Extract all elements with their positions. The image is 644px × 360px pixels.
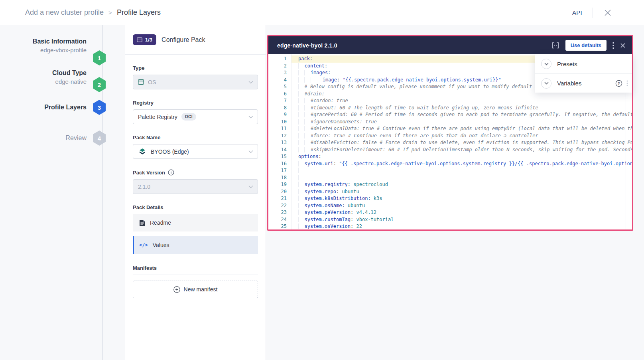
line-number: 4 bbox=[268, 77, 291, 84]
info-icon[interactable] bbox=[168, 169, 174, 176]
code-line: #ignoreDaemonSets: true bbox=[298, 119, 632, 126]
line-number: 21 bbox=[268, 195, 291, 202]
registry-label: Registry bbox=[133, 100, 258, 106]
code-line bbox=[298, 167, 632, 174]
code-line: #disableEviction: false # Force drain to… bbox=[298, 139, 632, 146]
line-number: 11 bbox=[268, 125, 291, 133]
close-editor-icon[interactable] bbox=[620, 43, 626, 48]
pack-step-counter: 1/3 bbox=[145, 37, 152, 43]
code-line: #timeout: 60 # The length of time to wai… bbox=[298, 105, 632, 112]
registry-value: Palette Registry bbox=[138, 114, 177, 120]
new-manifest-button[interactable]: New manifest bbox=[133, 281, 258, 298]
use-defaults-button[interactable]: Use defaults bbox=[565, 40, 607, 51]
values-tab-label: Values bbox=[153, 242, 169, 248]
readme-tab[interactable]: Readme bbox=[133, 214, 258, 231]
readme-tab-label: Readme bbox=[150, 220, 171, 226]
line-number: 23 bbox=[268, 209, 291, 216]
type-value: OS bbox=[148, 79, 156, 85]
step-number-badge: 1 bbox=[93, 50, 106, 65]
code-line: system.registry: spectrocloud bbox=[298, 181, 632, 188]
code-line: options: bbox=[298, 153, 632, 160]
line-number: 6 bbox=[268, 91, 291, 98]
pack-name-value: BYOOS (Edge) bbox=[151, 148, 189, 155]
chevron-down-icon bbox=[248, 115, 253, 119]
code-line: #force: true # Continue even if there ar… bbox=[298, 133, 632, 140]
code-line: #deleteLocalData: true # Continue even i… bbox=[298, 125, 632, 133]
oci-badge: OCI bbox=[181, 113, 196, 121]
top-header: Add a new cluster profile > Profile Laye… bbox=[0, 0, 644, 25]
svg-text:?: ? bbox=[618, 81, 620, 85]
variables-kebab-icon[interactable] bbox=[626, 80, 628, 86]
presets-label: Presets bbox=[557, 61, 577, 67]
code-line: system.customTag: vbox-tutorial bbox=[298, 216, 632, 224]
line-number: 13 bbox=[268, 139, 291, 146]
line-number: 9 bbox=[268, 111, 291, 119]
type-select[interactable]: OS bbox=[133, 75, 258, 89]
line-number: 7 bbox=[268, 97, 291, 105]
values-tab[interactable]: </> Values bbox=[133, 236, 258, 254]
code-line: system.peVersion: v4.4.12 bbox=[298, 209, 632, 216]
configure-pack-header: 1/3 Configure Pack bbox=[125, 25, 266, 55]
step-label: Review bbox=[7, 135, 87, 142]
os-type-icon bbox=[138, 79, 144, 85]
step-number-badge: 4 bbox=[93, 131, 106, 146]
chevron-down-icon bbox=[248, 185, 253, 188]
close-wizard-icon[interactable] bbox=[603, 8, 612, 17]
breadcrumb-current: Profile Layers bbox=[117, 8, 161, 17]
pack-name-select[interactable]: BYOOS (Edge) bbox=[133, 144, 258, 159]
api-link[interactable]: API bbox=[572, 9, 582, 16]
code-icon: </> bbox=[139, 242, 148, 248]
editor-side-dropdown: Presets Variables ? bbox=[535, 54, 632, 93]
pack-version-value: 2.1.0 bbox=[138, 184, 150, 190]
step-label: Cloud Type bbox=[7, 69, 87, 77]
pack-name-label: Pack Name bbox=[133, 135, 258, 140]
type-label: Type bbox=[133, 65, 258, 71]
line-number: 3 bbox=[268, 69, 291, 77]
chevron-down-circle-icon bbox=[541, 78, 551, 89]
line-number: 8 bbox=[268, 105, 291, 112]
line-number: 10 bbox=[268, 119, 291, 126]
code-line: system.osName: ubuntu bbox=[298, 202, 632, 210]
registry-select[interactable]: Palette Registry OCI bbox=[133, 109, 258, 124]
line-number: 5 bbox=[268, 83, 291, 91]
code-line bbox=[298, 174, 632, 182]
step-sublabel: edge-native bbox=[7, 78, 87, 85]
stepper-line bbox=[102, 25, 102, 360]
help-circle-icon[interactable]: ? bbox=[615, 80, 622, 87]
breadcrumb-separator: > bbox=[108, 9, 112, 16]
line-number: 22 bbox=[268, 202, 291, 210]
step-sublabel: edge-vbox-profile bbox=[7, 47, 87, 53]
code-line: system.uri: "{{ .spectro.pack.edge-nativ… bbox=[298, 160, 632, 168]
step-label: Profile Layers bbox=[7, 104, 87, 111]
line-number: 19 bbox=[268, 181, 291, 188]
line-number-gutter: 1234567891011121314151617181920212223242… bbox=[268, 54, 291, 229]
code-line: system.repo: ubuntu bbox=[298, 188, 632, 196]
presets-dropdown[interactable]: Presets bbox=[535, 54, 632, 73]
code-line: #cordon: true bbox=[298, 97, 632, 105]
pack-version-select[interactable]: 2.1.0 bbox=[133, 179, 258, 194]
editor-header: edge-native-byoi 2.1.0 Use defaults bbox=[268, 36, 632, 54]
line-number: 17 bbox=[268, 167, 291, 174]
byoos-pack-icon bbox=[138, 147, 147, 156]
code-line: system.osVersion: 22 bbox=[298, 223, 632, 229]
line-number: 20 bbox=[268, 188, 291, 196]
chevron-down-icon bbox=[248, 150, 253, 153]
new-manifest-label: New manifest bbox=[184, 286, 218, 293]
pack-version-label: Pack Version bbox=[133, 170, 165, 176]
editor-title: edge-native-byoi 2.1.0 bbox=[277, 42, 337, 49]
kebab-menu-icon[interactable] bbox=[612, 42, 614, 49]
breadcrumb-parent-link[interactable]: Add a new cluster profile bbox=[25, 8, 104, 17]
pack-details-label: Pack Details bbox=[133, 204, 258, 210]
code-line: system.k8sDistribution: k3s bbox=[298, 195, 632, 202]
chevron-down-circle-icon bbox=[541, 59, 551, 69]
step-number-badge: 3 bbox=[93, 100, 106, 115]
line-number: 25 bbox=[268, 223, 291, 229]
line-number: 18 bbox=[268, 174, 291, 182]
line-number: 16 bbox=[268, 160, 291, 168]
variables-dropdown[interactable]: Variables ? bbox=[535, 73, 632, 93]
expand-editor-icon[interactable] bbox=[551, 42, 559, 49]
step-label: Basic Information bbox=[7, 38, 87, 45]
manifests-divider bbox=[133, 275, 258, 275]
manifests-label: Manifests bbox=[133, 265, 258, 271]
line-number: 1 bbox=[268, 55, 291, 63]
